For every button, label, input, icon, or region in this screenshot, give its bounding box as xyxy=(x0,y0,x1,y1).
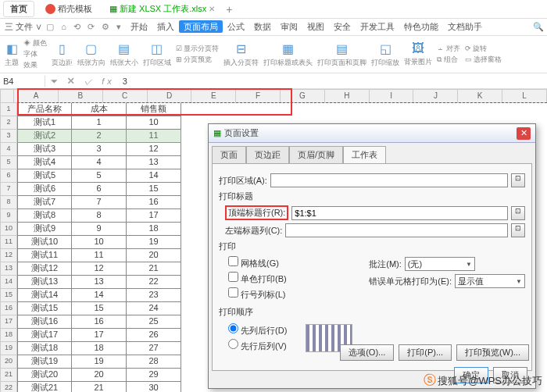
cell[interactable]: 11 xyxy=(72,249,127,262)
cell[interactable]: 13 xyxy=(72,276,127,289)
ribbon-rotate[interactable]: ⟳ 旋转 xyxy=(465,44,502,54)
cell[interactable]: 17 xyxy=(127,209,181,223)
cell[interactable]: 测试15 xyxy=(17,302,72,315)
options-button[interactable]: 选项(O)... xyxy=(340,344,394,361)
cell[interactable]: 20 xyxy=(127,249,181,262)
row-header[interactable]: 8 xyxy=(0,196,17,209)
cell[interactable]: 16 xyxy=(72,315,127,329)
errors-combo[interactable]: 显示值▼ xyxy=(455,274,525,288)
ribbon-headerfooter[interactable]: ▤打印页面和页脚 xyxy=(317,41,366,68)
cell[interactable]: 3 xyxy=(72,143,127,156)
select-all-corner[interactable] xyxy=(0,89,14,103)
cell[interactable]: 测试17 xyxy=(17,329,72,342)
cell[interactable]: 测试18 xyxy=(17,342,72,355)
menu-公式[interactable]: 公式 xyxy=(223,20,249,33)
range-picker-button-2[interactable]: ⊡ xyxy=(511,206,525,220)
row-header[interactable]: 4 xyxy=(0,143,17,156)
cell[interactable]: 产品名称 xyxy=(17,103,72,116)
top-row-input[interactable] xyxy=(291,206,508,220)
menu-安全[interactable]: 安全 xyxy=(329,20,356,33)
dialog-tab-2[interactable]: 页眉/页脚 xyxy=(289,146,343,163)
menu-数据[interactable]: 数据 xyxy=(249,20,276,33)
cell[interactable]: 16 xyxy=(127,196,181,209)
cell[interactable]: 25 xyxy=(127,315,181,329)
search-icon[interactable]: 🔍 xyxy=(533,22,544,32)
cell[interactable]: 测试12 xyxy=(17,262,72,276)
menu-插入[interactable]: 插入 xyxy=(152,20,179,33)
cell[interactable]: 13 xyxy=(127,156,181,169)
gridlines-checkbox[interactable] xyxy=(228,256,238,266)
row-header[interactable]: 14 xyxy=(0,276,17,289)
col-header-B[interactable]: B xyxy=(59,89,103,103)
cell[interactable]: 17 xyxy=(72,329,127,342)
row-header[interactable]: 1 xyxy=(0,103,17,116)
dialog-tab-0[interactable]: 页面 xyxy=(212,146,246,163)
new-tab-button[interactable]: + xyxy=(226,3,232,16)
col-header-A[interactable]: A xyxy=(14,89,59,103)
comments-combo[interactable]: (无)▼ xyxy=(405,257,475,271)
cell[interactable]: 30 xyxy=(127,382,181,392)
cell[interactable]: 10 xyxy=(127,116,181,130)
cell[interactable]: 12 xyxy=(127,143,181,156)
dialog-close-button[interactable]: ✕ xyxy=(517,127,531,140)
cell[interactable]: 测试16 xyxy=(17,315,72,329)
dialog-tab-1[interactable]: 页边距 xyxy=(246,146,289,163)
cell[interactable]: 5 xyxy=(72,169,127,183)
row-header[interactable]: 11 xyxy=(0,236,17,249)
row-header[interactable]: 18 xyxy=(0,329,17,342)
cell[interactable]: 7 xyxy=(72,196,127,209)
cell[interactable]: 测试1 xyxy=(17,116,72,130)
cell[interactable]: 28 xyxy=(127,355,181,369)
cell[interactable]: 14 xyxy=(127,169,181,183)
left-col-input[interactable] xyxy=(285,223,508,237)
order-downover-radio[interactable] xyxy=(228,323,238,333)
col-header-C[interactable]: C xyxy=(103,89,148,103)
col-header-J[interactable]: J xyxy=(413,89,458,103)
ribbon-insertbreak[interactable]: ⊟插入分页符 xyxy=(223,41,259,68)
order-overdown-radio[interactable] xyxy=(228,339,238,349)
cell[interactable]: 测试9 xyxy=(17,223,72,236)
cell[interactable]: 6 xyxy=(72,183,127,196)
ribbon-margins[interactable]: ▯页边距 xyxy=(52,41,73,68)
row-header[interactable]: 20 xyxy=(0,355,17,369)
menu-视图[interactable]: 视图 xyxy=(302,20,329,33)
col-header-I[interactable]: I xyxy=(370,89,414,103)
ribbon-effects[interactable]: 效果 xyxy=(23,60,47,70)
row-header[interactable]: 6 xyxy=(0,169,17,183)
row-header[interactable]: 9 xyxy=(0,209,17,223)
cell[interactable]: 14 xyxy=(72,289,127,302)
ribbon-selpane[interactable]: ▭ 选择窗格 xyxy=(465,55,502,65)
cell[interactable]: 4 xyxy=(72,156,127,169)
cell[interactable]: 18 xyxy=(127,223,181,236)
cell[interactable]: 测试8 xyxy=(17,209,72,223)
cell[interactable]: 18 xyxy=(72,342,127,355)
col-header-D[interactable]: D xyxy=(148,89,192,103)
col-header-L[interactable]: L xyxy=(502,89,547,103)
col-header-K[interactable]: K xyxy=(458,89,502,103)
rowcol-checkbox[interactable] xyxy=(228,287,238,298)
cell[interactable]: 2 xyxy=(72,130,127,143)
menu-开发工具[interactable]: 开发工具 xyxy=(356,20,399,33)
cell[interactable]: 24 xyxy=(127,302,181,315)
row-header[interactable]: 5 xyxy=(0,156,17,169)
col-header-E[interactable]: E xyxy=(191,89,236,103)
cell[interactable]: 10 xyxy=(72,236,127,249)
row-header[interactable]: 16 xyxy=(0,302,17,315)
menu-文档助手[interactable]: 文档助手 xyxy=(443,20,487,33)
ribbon-showbreaks[interactable]: ☑ 显示分页符 xyxy=(176,44,220,54)
row-header[interactable]: 7 xyxy=(0,183,17,196)
menu-审阅[interactable]: 审阅 xyxy=(276,20,302,33)
cell[interactable]: 23 xyxy=(127,289,181,302)
menu-开始[interactable]: 开始 xyxy=(126,20,152,33)
print-area-input[interactable] xyxy=(270,173,508,187)
row-header[interactable]: 3 xyxy=(0,130,17,143)
cell[interactable]: 21 xyxy=(72,382,127,392)
ribbon-background[interactable]: 🖼背景图片 xyxy=(404,41,432,67)
ribbon-scale[interactable]: ◱打印缩放 xyxy=(371,41,399,68)
close-tab-icon[interactable]: ✕ xyxy=(209,5,215,13)
ribbon-pagebreak[interactable]: ⊞ 分页预览 xyxy=(176,55,220,65)
cell[interactable]: 测试11 xyxy=(17,249,72,262)
cell[interactable]: 测试5 xyxy=(17,169,72,183)
cell[interactable]: 成本 xyxy=(72,103,127,116)
cell[interactable]: 测试13 xyxy=(17,276,72,289)
